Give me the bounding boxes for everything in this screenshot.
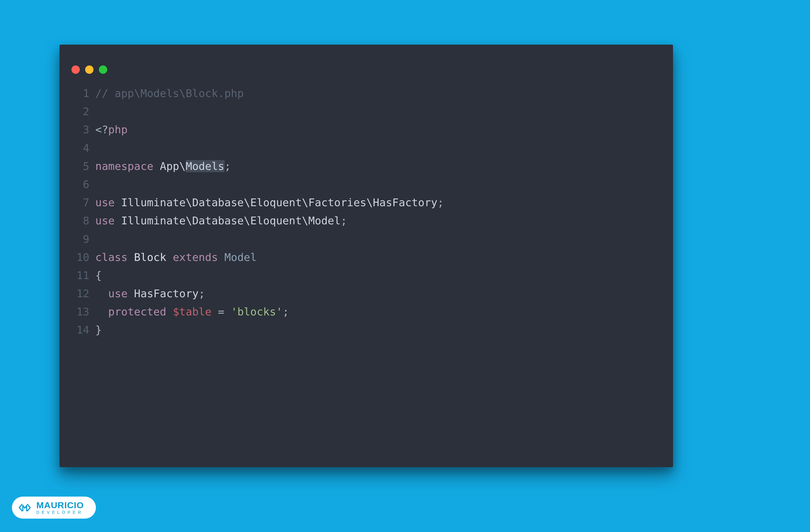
window-minimize-button[interactable] (85, 65, 94, 74)
code-line: 13 protected $table = 'blocks'; (71, 303, 661, 321)
code-line: 9 (71, 230, 661, 248)
line-number: 13 (71, 303, 89, 321)
line-content: protected $table = 'blocks'; (95, 303, 289, 321)
line-number: 4 (71, 139, 89, 157)
watermark-name: MAURICIO (36, 501, 84, 510)
code-line: 4 (71, 139, 661, 157)
code-area[interactable]: 1// app\Models\Block.php2 3<?php4 5names… (60, 81, 673, 351)
line-content (95, 230, 102, 248)
code-line: 3<?php (71, 120, 661, 139)
code-line: 1// app\Models\Block.php (71, 84, 661, 102)
line-number: 7 (71, 194, 89, 212)
line-number: 5 (71, 157, 89, 175)
line-number: 8 (71, 212, 89, 230)
code-line: 5namespace App\Models; (71, 157, 661, 175)
line-content: use Illuminate\Database\Eloquent\Factori… (95, 194, 444, 212)
code-line: 14} (71, 321, 661, 339)
line-number: 1 (71, 84, 89, 102)
line-number: 3 (71, 120, 89, 139)
line-content: namespace App\Models; (95, 157, 231, 175)
line-content (95, 175, 102, 194)
line-number: 11 (71, 266, 89, 284)
line-number: 12 (71, 284, 89, 303)
code-editor-window: 1// app\Models\Block.php2 3<?php4 5names… (60, 45, 673, 467)
code-line: 12 use HasFactory; (71, 284, 661, 303)
line-number: 9 (71, 230, 89, 248)
line-number: 6 (71, 175, 89, 194)
line-number: 10 (71, 248, 89, 266)
line-content: <?php (95, 120, 127, 139)
line-content: class Block extends Model (95, 248, 257, 266)
window-titlebar (60, 56, 673, 81)
line-content: use Illuminate\Database\Eloquent\Model; (95, 212, 347, 230)
window-maximize-button[interactable] (99, 65, 107, 74)
code-line: 6 (71, 175, 661, 194)
code-line: 8use Illuminate\Database\Eloquent\Model; (71, 212, 661, 230)
line-content: // app\Models\Block.php (95, 84, 244, 102)
watermark-badge: MAURICIO DEVELOPER (12, 497, 96, 519)
window-close-button[interactable] (71, 65, 80, 74)
line-content: } (95, 321, 102, 339)
code-line: 10class Block extends Model (71, 248, 661, 266)
line-content (95, 102, 102, 120)
watermark-text: MAURICIO DEVELOPER (36, 501, 84, 514)
line-content: { (95, 266, 102, 284)
line-number: 14 (71, 321, 89, 339)
line-content (95, 139, 102, 157)
code-line: 7use Illuminate\Database\Eloquent\Factor… (71, 194, 661, 212)
logo-icon (18, 502, 32, 514)
code-line: 11{ (71, 266, 661, 284)
code-line: 2 (71, 102, 661, 120)
line-number: 2 (71, 102, 89, 120)
line-content: use HasFactory; (95, 284, 205, 303)
watermark-subtitle: DEVELOPER (36, 510, 84, 514)
